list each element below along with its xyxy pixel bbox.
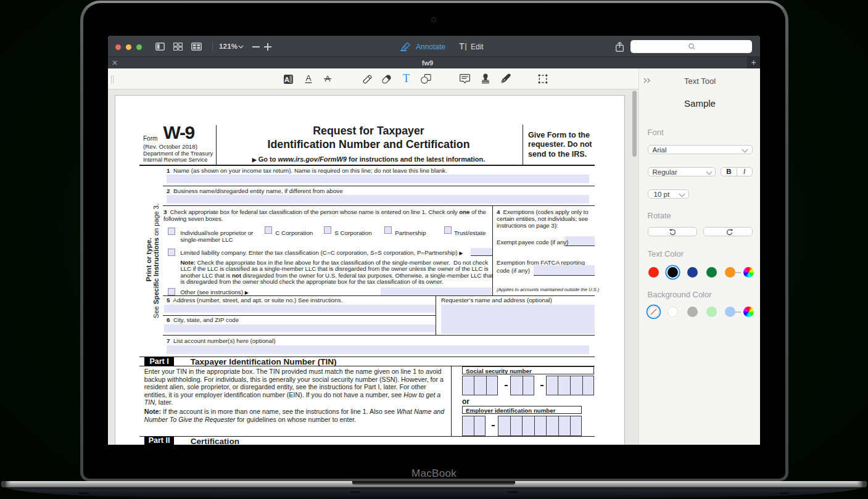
svg-text:T: T bbox=[403, 73, 410, 84]
svg-text:A: A bbox=[305, 74, 311, 83]
svg-text:A: A bbox=[284, 75, 289, 83]
